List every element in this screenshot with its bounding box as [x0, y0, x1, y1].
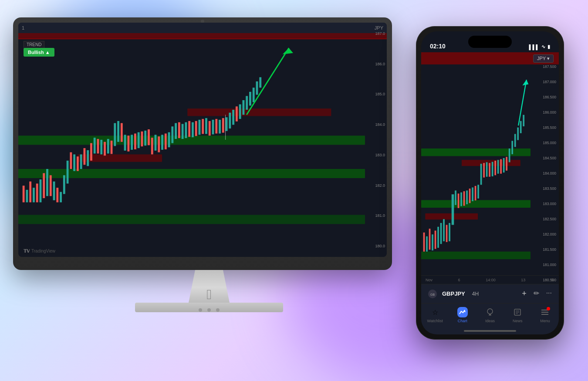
svg-rect-94: [452, 194, 454, 225]
svg-rect-12: [46, 169, 48, 196]
svg-rect-68: [236, 106, 238, 121]
svg-rect-92: [446, 225, 448, 242]
svg-rect-24: [87, 150, 89, 166]
svg-rect-25: [90, 143, 92, 161]
tab-menu[interactable]: Menu: [531, 307, 559, 323]
svg-rect-95: [455, 190, 456, 205]
svg-rect-26: [94, 138, 96, 153]
svg-rect-48: [168, 132, 170, 147]
iphone-jpy-badge: JPY ▾: [533, 54, 554, 63]
svg-rect-91: [443, 219, 445, 241]
svg-rect-19: [70, 152, 72, 169]
more-button[interactable]: ···: [546, 289, 552, 298]
svg-rect-119: [523, 115, 524, 126]
svg-rect-46: [161, 135, 163, 150]
svg-rect-32: [114, 123, 116, 146]
svg-rect-83: [462, 160, 520, 166]
svg-rect-13: [50, 175, 52, 196]
svg-rect-63: [219, 120, 221, 134]
svg-rect-93: [449, 223, 450, 241]
svg-rect-27: [97, 139, 99, 154]
tab-ideas-label: Ideas: [485, 319, 495, 323]
svg-rect-127: [489, 315, 491, 316]
iphone-device: 02:10 ▌▌▌ ∿ ▮ JPY ▾: [416, 26, 564, 340]
svg-rect-5: [23, 185, 25, 202]
svg-rect-75: [259, 77, 261, 88]
chart-icon: [457, 307, 468, 317]
tab-watchlist[interactable]: ☆ Watchlist: [421, 307, 449, 323]
svg-rect-52: [182, 124, 184, 139]
imac-price-labels: 187.0 186.0 185.0 184.0 183.0 182.0 181.…: [375, 31, 385, 248]
svg-rect-0: [18, 215, 365, 224]
draw-button[interactable]: ✏: [534, 289, 539, 298]
tab-chart[interactable]: Chart: [449, 307, 476, 323]
add-symbol-button[interactable]: +: [522, 289, 527, 298]
tab-news-label: News: [513, 319, 523, 323]
svg-rect-22: [80, 155, 82, 169]
tab-chart-label: Chart: [458, 319, 467, 323]
svg-rect-23: [83, 148, 85, 165]
iphone-date-bar: Nov 6 14:00 13 ⚙: [421, 275, 559, 284]
iphone-time: 02:10: [430, 43, 446, 50]
svg-rect-33: [117, 121, 119, 142]
svg-rect-90: [440, 223, 442, 244]
imac-apple-logo: : [206, 287, 212, 303]
svg-rect-71: [246, 96, 248, 110]
svg-rect-89: [437, 227, 439, 248]
iphone-symbol-flag: GB: [428, 290, 437, 298]
svg-rect-31: [111, 141, 113, 154]
svg-rect-116: [514, 134, 516, 147]
imac-tradingview-logo: 𝕋𝕍 TradingView: [24, 249, 55, 253]
iphone-timeframe: 4H: [472, 291, 479, 297]
svg-rect-38: [134, 134, 136, 149]
date-nov: Nov: [426, 278, 433, 282]
svg-rect-88: [435, 231, 436, 249]
svg-rect-107: [489, 163, 490, 177]
svg-rect-117: [517, 128, 519, 140]
svg-line-120: [518, 80, 527, 125]
ideas-tab-icon: [486, 308, 494, 317]
svg-rect-102: [475, 186, 476, 200]
svg-rect-55: [192, 122, 194, 137]
iphone-chart-area: [421, 64, 531, 282]
imac-chart-area: [18, 31, 365, 248]
svg-rect-103: [477, 185, 479, 199]
svg-rect-59: [205, 118, 207, 134]
signal-icon: ▌▌▌: [529, 44, 539, 50]
svg-rect-109: [494, 161, 496, 175]
svg-rect-34: [121, 123, 123, 142]
svg-rect-15: [56, 188, 58, 202]
svg-rect-44: [155, 135, 157, 151]
svg-rect-42: [148, 129, 150, 145]
svg-rect-73: [253, 88, 255, 102]
svg-rect-96: [458, 193, 460, 208]
svg-rect-69: [239, 105, 241, 119]
iphone-chart-svg: [421, 64, 531, 282]
iphone-price-labels: 187.500 187.000 186.500 186.000 185.500 …: [543, 64, 556, 282]
svg-marker-121: [522, 80, 528, 85]
svg-rect-62: [215, 119, 217, 134]
svg-rect-67: [232, 110, 234, 125]
menu-icon: [540, 307, 550, 317]
news-icon: [512, 307, 523, 317]
imac-dot-1: [199, 308, 202, 312]
tab-news[interactable]: News: [504, 307, 531, 323]
svg-rect-85: [426, 236, 428, 252]
svg-rect-28: [100, 140, 102, 155]
tab-ideas[interactable]: Ideas: [476, 307, 504, 323]
watchlist-icon: ☆: [430, 307, 440, 317]
svg-rect-118: [520, 121, 522, 133]
svg-rect-86: [429, 229, 431, 250]
chart-tab-icon: [459, 309, 466, 316]
svg-rect-35: [124, 135, 126, 151]
imac-bezel: 1 JPY TREND Bullish ▲: [13, 17, 392, 270]
iphone-body: 02:10 ▌▌▌ ∿ ▮ JPY ▾: [416, 26, 564, 340]
chart-settings-icon[interactable]: ⚙: [551, 278, 554, 282]
svg-rect-17: [63, 175, 65, 194]
svg-rect-113: [506, 157, 507, 171]
svg-rect-9: [36, 184, 38, 202]
menu-notification-dot: [547, 307, 550, 310]
svg-rect-47: [165, 134, 167, 149]
svg-rect-53: [185, 122, 187, 138]
svg-rect-106: [486, 162, 488, 177]
